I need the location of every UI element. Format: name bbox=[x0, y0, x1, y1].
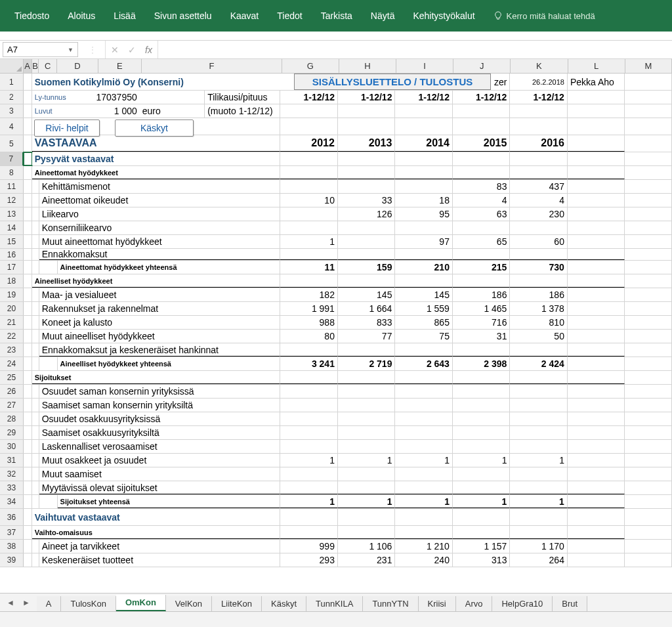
grid-row: 23Ennakkomaksut ja keskeneräiset hankinn… bbox=[0, 343, 672, 357]
col-header[interactable]: B bbox=[32, 59, 39, 73]
grid-row: 11Kehittämismenot83437 bbox=[0, 180, 672, 194]
sheet-nav: ◄ ► bbox=[0, 594, 37, 611]
chevron-down-icon: ▼ bbox=[68, 47, 74, 53]
row-header[interactable]: 1 bbox=[0, 74, 24, 90]
grid-row: 22Muut aineelliset hyödykkeet8077753150 bbox=[0, 330, 672, 343]
grid-row: 20Rakennukset ja rakennelmat1 9911 6641 … bbox=[0, 302, 672, 316]
grid-row: 3 Luvut 1 000 euro (muoto 1-12/12) bbox=[0, 104, 672, 118]
formula-input[interactable] bbox=[158, 41, 672, 58]
sheet-tab-liitekon[interactable]: LiiteKon bbox=[212, 596, 262, 611]
ribbon-tab-nayta[interactable]: Näytä bbox=[362, 0, 404, 32]
sheet-tab-a[interactable]: A bbox=[37, 596, 62, 611]
rivi-helpit-button[interactable]: Rivi- helpit bbox=[34, 119, 100, 137]
ribbon-tab-sivun-asettelu[interactable]: Sivun asettelu bbox=[145, 0, 221, 32]
sheet-tab-helpgra10[interactable]: HelpGra10 bbox=[492, 596, 553, 611]
ribbon-tab-kehitystyokalut[interactable]: Kehitystyökalut bbox=[404, 0, 484, 32]
col-header[interactable]: H bbox=[339, 59, 396, 73]
grid-row: 4 bbox=[0, 118, 672, 135]
row-header[interactable]: 3 bbox=[0, 104, 24, 118]
ribbon-tab-aloitus[interactable]: Aloitus bbox=[58, 0, 104, 32]
sheet-tab-brut[interactable]: Brut bbox=[553, 596, 587, 611]
sheet-tab-tuloskon[interactable]: TulosKon bbox=[61, 596, 116, 611]
grid-row: 27Saamiset saman konsernin yrityksiltä bbox=[0, 399, 672, 412]
active-cell[interactable] bbox=[24, 152, 32, 165]
column-headers: A B C D E F G H I J K L M bbox=[0, 59, 672, 74]
name-box-divider: ⋮ bbox=[79, 41, 106, 58]
company-name[interactable]: Suomen Kotikylmiö Oy (Konserni) bbox=[32, 74, 281, 90]
grid-row: 17Aineettomat hyödykkeet yhteensä1115921… bbox=[0, 261, 672, 274]
col-header[interactable]: K bbox=[511, 59, 568, 73]
grid-row: 31Muut osakkeet ja osuudet11111 bbox=[0, 454, 672, 467]
fx-icon[interactable]: fx bbox=[145, 45, 152, 55]
col-header[interactable]: A bbox=[24, 59, 32, 73]
grid-row: 33Myytävissä olevat sijoitukset bbox=[0, 481, 672, 495]
row-header[interactable]: 7 bbox=[0, 152, 24, 165]
grid-row: 18Aineelliset hyödykkeet bbox=[0, 274, 672, 288]
sheet-tab-arvo[interactable]: Arvo bbox=[456, 596, 493, 611]
ribbon-tab-tiedot[interactable]: Tiedot bbox=[268, 0, 311, 32]
name-box[interactable]: A7 ▼ bbox=[3, 42, 78, 57]
sheet-tab-velkon[interactable]: VelKon bbox=[166, 596, 212, 611]
sheet-tab-kriisi[interactable]: Kriisi bbox=[419, 596, 456, 611]
select-all-corner[interactable] bbox=[0, 59, 24, 73]
grid-row: 14Konserniliikearvo bbox=[0, 221, 672, 235]
tell-me-search[interactable]: Kerro mitä haluat tehdä bbox=[484, 0, 604, 32]
name-box-value: A7 bbox=[7, 45, 18, 54]
sheet-bar: ◄ ► ATulosKonOmKonVelKonLiiteKonKäskytTu… bbox=[0, 593, 672, 611]
sheet-tab-omkon[interactable]: OmKon bbox=[116, 595, 166, 611]
cancel-icon[interactable]: ✕ bbox=[111, 45, 119, 55]
col-header[interactable]: L bbox=[568, 59, 625, 73]
grid-row: 36Vaihtuvat vastaavat bbox=[0, 509, 672, 526]
grid: SISÄLLYSLUETTELO / TULOSTUS Rivi- helpit… bbox=[0, 74, 672, 592]
grid-row: 16Ennakkomaksut bbox=[0, 249, 672, 261]
row-header[interactable]: 5 bbox=[0, 135, 24, 152]
sheet-prev-icon[interactable]: ◄ bbox=[7, 598, 14, 607]
sheet-tab-tunnkila[interactable]: TunnKILA bbox=[306, 596, 363, 611]
grid-row: 8 Aineettomat hyödykkeet bbox=[0, 166, 672, 180]
grid-row: 28Osuudet osakkuusyrityksissä bbox=[0, 412, 672, 426]
bulb-icon bbox=[494, 11, 503, 20]
confirm-icon[interactable]: ✓ bbox=[128, 45, 136, 55]
col-header[interactable]: F bbox=[142, 59, 282, 73]
grid-row: 29Saamiset osakkuusyrityksiltä bbox=[0, 426, 672, 440]
grid-row: 12Aineettomat oikeudet10331844 bbox=[0, 194, 672, 207]
sheet-tab-käskyt[interactable]: Käskyt bbox=[262, 596, 306, 611]
col-header[interactable]: G bbox=[282, 59, 339, 73]
row-header[interactable]: 4 bbox=[0, 118, 24, 135]
grid-row: 37Vaihto-omaisuus bbox=[0, 526, 672, 540]
col-header[interactable]: C bbox=[39, 59, 57, 73]
kaskyt-button[interactable]: Käskyt bbox=[115, 119, 194, 137]
status-bar bbox=[0, 611, 672, 627]
sheet-next-icon[interactable]: ► bbox=[22, 598, 30, 607]
grid-row: 39Keskeneräiset tuotteet293231240313264 bbox=[0, 553, 672, 567]
col-header[interactable]: D bbox=[57, 59, 98, 73]
ribbon-gap bbox=[0, 32, 672, 41]
ribbon-tab-tarkista[interactable]: Tarkista bbox=[312, 0, 362, 32]
grid-row: 38Aineet ja tarvikkeet9991 1061 2101 157… bbox=[0, 540, 672, 553]
sisalto-button[interactable]: SISÄLLYSLUETTELO / TULOSTUS bbox=[294, 74, 491, 90]
ribbon-tab-tiedosto[interactable]: Tiedosto bbox=[5, 0, 58, 32]
grid-row: 24Aineelliset hyödykkeet yhteensä3 2412 … bbox=[0, 357, 672, 371]
row-header[interactable]: 2 bbox=[0, 91, 24, 104]
grid-row: 19Maa- ja vesialueet182145145186186 bbox=[0, 288, 672, 302]
ribbon: Tiedosto Aloitus Lisää Sivun asettelu Ka… bbox=[0, 0, 672, 32]
col-header[interactable]: M bbox=[625, 59, 672, 73]
tell-me-label: Kerro mitä haluat tehdä bbox=[507, 11, 595, 21]
grid-row: 25Sijoitukset bbox=[0, 371, 672, 385]
grid-row: 34Sijoitukset yhteensä11111 bbox=[0, 495, 672, 509]
grid-row: 32Muut saamiset bbox=[0, 467, 672, 481]
grid-row: 15Muut aineettomat hyödykkeet1976560 bbox=[0, 235, 672, 249]
row-header[interactable]: 8 bbox=[0, 166, 24, 179]
col-header[interactable]: J bbox=[453, 59, 511, 73]
formula-bar: A7 ▼ ⋮ ✕ ✓ fx bbox=[0, 41, 672, 59]
sheet-tab-tunnytn[interactable]: TunnYTN bbox=[363, 596, 418, 611]
grid-row: 2 Ly-tunnus 17037950 Tilikausi/pituus 1-… bbox=[0, 91, 672, 104]
col-header[interactable]: E bbox=[98, 59, 142, 73]
grid-row: 13Liikearvo1269563230 bbox=[0, 207, 672, 221]
ribbon-tab-kaavat[interactable]: Kaavat bbox=[221, 0, 268, 32]
sheet-tabs: ATulosKonOmKonVelKonLiiteKonKäskytTunnKI… bbox=[37, 594, 587, 611]
grid-row: 30Laskennalliset verosaamiset bbox=[0, 440, 672, 454]
ribbon-tab-lisaa[interactable]: Lisää bbox=[104, 0, 144, 32]
col-header[interactable]: I bbox=[396, 59, 453, 73]
grid-row: 26Osuudet saman konsernin yrityksissä bbox=[0, 385, 672, 399]
